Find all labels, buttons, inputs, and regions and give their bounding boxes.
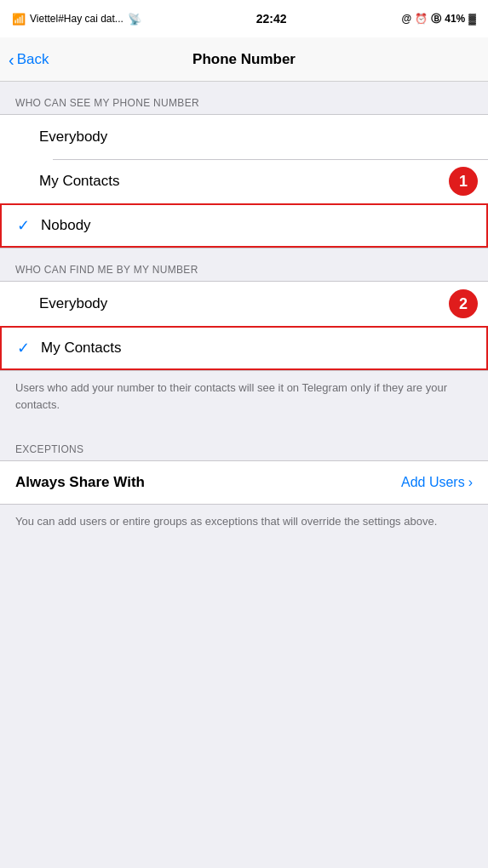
add-users-button[interactable]: Add Users › <box>401 475 473 490</box>
option-everybody-2[interactable]: Everybody 2 <box>0 282 488 326</box>
alarm-icon: ⏰ <box>415 13 428 25</box>
battery-text: 41% <box>445 13 465 25</box>
status-bar: 📶 Viettel#Hay cai dat... 📡 22:42 @ ⏰ Ⓑ 4… <box>0 0 488 37</box>
battery-icon: ▓ <box>468 13 476 25</box>
chevron-left-icon: ‹ <box>9 51 14 68</box>
always-share-label: Always Share With <box>15 474 145 491</box>
badge-1: 1 <box>449 167 478 196</box>
label-my-contacts-1: My Contacts <box>39 173 119 190</box>
signal-icon: 📶 <box>12 13 26 26</box>
check-everybody-1 <box>15 128 39 146</box>
label-nobody: Nobody <box>41 217 91 234</box>
page-title: Phone Number <box>192 51 296 68</box>
badge-2: 2 <box>449 289 478 318</box>
back-button[interactable]: ‹ Back <box>9 51 49 68</box>
exceptions-header: EXCEPTIONS <box>0 443 488 460</box>
option-my-contacts-1[interactable]: My Contacts 1 <box>0 159 488 203</box>
section-2-body: Everybody 2 ✓ My Contacts <box>0 281 488 371</box>
back-label: Back <box>17 51 49 68</box>
status-right: @ ⏰ Ⓑ 41% ▓ <box>402 12 476 26</box>
option-my-contacts-2[interactable]: ✓ My Contacts <box>0 326 488 370</box>
label-everybody-1: Everybody <box>39 128 107 146</box>
section-who-can-see: WHO CAN SEE MY PHONE NUMBER Everybody My… <box>0 97 488 248</box>
check-nobody: ✓ <box>17 216 41 235</box>
carrier-text: Viettel#Hay cai dat... <box>30 13 123 25</box>
always-share-row[interactable]: Always Share With Add Users › <box>0 460 488 505</box>
at-icon: @ <box>402 13 412 25</box>
wifi-icon: 📡 <box>128 13 141 26</box>
exceptions-section: EXCEPTIONS Always Share With Add Users › <box>0 443 488 505</box>
section-1-header: WHO CAN SEE MY PHONE NUMBER <box>0 97 488 114</box>
check-everybody-2 <box>15 295 39 313</box>
label-my-contacts-2: My Contacts <box>41 340 121 357</box>
check-my-contacts-2: ✓ <box>17 339 41 357</box>
section-1-body: Everybody My Contacts 1 ✓ Nobody <box>0 114 488 248</box>
check-my-contacts-1 <box>15 173 39 191</box>
add-users-label: Add Users <box>401 475 465 490</box>
option-nobody[interactable]: ✓ Nobody <box>0 203 488 248</box>
status-time: 22:42 <box>256 12 287 26</box>
section-who-can-find: WHO CAN FIND ME BY MY NUMBER Everybody 2… <box>0 264 488 371</box>
bluetooth-icon: Ⓑ <box>431 12 441 26</box>
status-left: 📶 Viettel#Hay cai dat... 📡 <box>12 13 141 26</box>
chevron-right-icon: › <box>468 475 473 490</box>
option-everybody-1[interactable]: Everybody <box>0 115 488 159</box>
nav-bar: ‹ Back Phone Number <box>0 37 488 82</box>
label-everybody-2: Everybody <box>39 295 107 312</box>
exceptions-footer: You can add users or entire groups as ex… <box>0 505 488 545</box>
section-2-header: WHO CAN FIND ME BY MY NUMBER <box>0 264 488 281</box>
info-text: Users who add your number to their conta… <box>0 371 488 428</box>
